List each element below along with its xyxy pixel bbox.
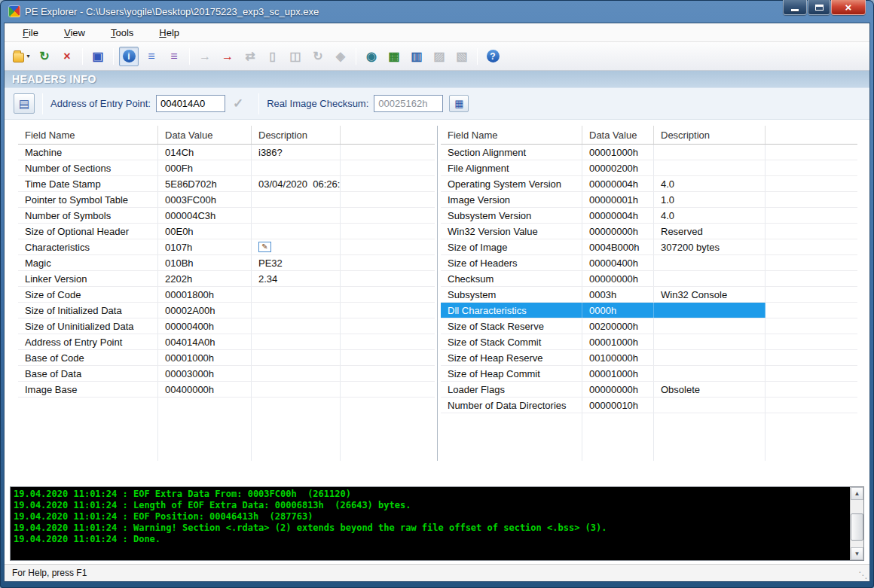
scrollbar-thumb[interactable] (851, 513, 863, 541)
cell-description (654, 255, 766, 270)
cell-description (252, 192, 341, 207)
table-row[interactable]: Address of Entry Point004014A0h (18, 334, 435, 350)
cell-blank (341, 303, 435, 318)
column-header[interactable]: Description (252, 126, 341, 144)
cell-blank (341, 239, 435, 254)
calculator-icon: ▦ (454, 98, 463, 109)
table-row[interactable]: Operating System Version00000004h4.0 (441, 176, 857, 192)
dropdown-arrow-icon[interactable]: ▼ (26, 53, 31, 59)
cell-data-value: 0107h (158, 239, 252, 254)
data-directories-icon[interactable]: ≡ (142, 47, 161, 66)
resize-grip[interactable]: ⋱ (858, 570, 867, 580)
table-row[interactable]: Size of Code00001800h (18, 287, 435, 303)
table-row[interactable]: Size of Image0004B000h307200 bytes (441, 239, 857, 255)
table-row[interactable]: Number of Sections000Fh (18, 160, 435, 176)
table-row[interactable]: File Alignment00000200h (441, 160, 857, 176)
table-row[interactable]: Subsystem Version00000004h4.0 (441, 208, 857, 224)
scroll-up-button[interactable]: ▲ (851, 487, 863, 500)
save-file-as-icon[interactable]: ▣ (88, 47, 108, 66)
table-empty-area (18, 398, 435, 461)
minimize-button[interactable] (783, 0, 807, 15)
table-row[interactable]: Loader Flags00000000hObsolete (441, 382, 857, 398)
table-row[interactable]: Base of Code00001000h (18, 350, 435, 366)
cell-blank (766, 176, 857, 191)
section-headers-icon[interactable]: ≡ (164, 47, 184, 66)
table-row[interactable]: Magic010BhPE32 (18, 255, 435, 271)
table-row[interactable]: Size of Stack Commit00001000h (441, 334, 857, 350)
dependency-scanner-icon[interactable]: ▦ (384, 47, 404, 66)
table-row[interactable]: Base of Data00003000h (18, 366, 435, 382)
empty-column (252, 398, 341, 461)
table-row[interactable]: Size of Stack Reserve00200000h (441, 318, 857, 334)
column-header[interactable]: Field Name (441, 126, 582, 144)
cell-data-value: 00000004h (582, 208, 654, 223)
table-row[interactable]: Section Alignment00001000h (441, 145, 857, 160)
column-header[interactable]: Data Value (582, 126, 654, 144)
apply-entry-point-icon[interactable]: ✓ (233, 96, 243, 111)
cancel-import-icon: ⇄ (240, 47, 260, 66)
close-button[interactable]: × (831, 0, 866, 15)
log-console[interactable]: 19.04.2020 11:01:24 : EOF Extra Data Fro… (11, 487, 850, 560)
table-row[interactable]: Size of Heap Reserve00100000h (441, 350, 857, 366)
table-row[interactable]: Checksum00000000h (441, 271, 857, 287)
table-row[interactable]: Size of Headers00000400h (441, 255, 857, 271)
menu-item-file[interactable]: File (15, 25, 46, 41)
table-row[interactable]: Size of Uninitialized Data00000400h (18, 318, 435, 334)
cell-description: 2.34 (252, 271, 341, 286)
time-date-stamp-adjuster-icon[interactable]: ▥ (407, 47, 426, 66)
table-row[interactable]: Image Version00000001h1.0 (441, 192, 857, 208)
cell-field-name: Number of Sections (18, 160, 158, 175)
cell-description (654, 303, 766, 318)
table-row[interactable]: Image Base00400000h (18, 382, 435, 398)
column-header[interactable]: Data Value (158, 126, 252, 144)
scroll-down-button[interactable]: ▼ (851, 547, 863, 560)
checksum-input[interactable] (374, 95, 443, 112)
maximize-button[interactable] (808, 0, 830, 15)
close-file-icon[interactable]: × (57, 47, 77, 66)
menu-item-tools[interactable]: Tools (103, 25, 141, 41)
table-row[interactable]: Machine014Chi386? (18, 145, 435, 160)
table-row[interactable]: Linker Version2202h2.34 (18, 271, 435, 287)
recalculate-checksum-button[interactable]: ▦ (449, 95, 469, 112)
entry-point-input[interactable] (156, 95, 225, 112)
minimize-icon (791, 9, 799, 11)
cell-field-name: Dll Characteristics (441, 303, 582, 318)
open-file-icon[interactable]: ▼ (12, 47, 32, 66)
menu-item-view[interactable]: View (57, 25, 93, 41)
table-row[interactable]: Number of Data Directories00000010h (441, 398, 857, 413)
characteristics-detail-icon[interactable]: ✎ (258, 242, 271, 252)
column-header[interactable]: Description (654, 126, 766, 144)
table-row[interactable]: Size of Initialized Data00002A00h (18, 303, 435, 318)
help-icon[interactable]: ? (483, 47, 503, 66)
toolbar-separator (356, 48, 356, 65)
headers-report-button[interactable]: ▤ (14, 93, 35, 114)
table-row[interactable]: Subsystem0003hWin32 Console (441, 287, 857, 303)
glyph: ▣ (92, 50, 103, 62)
cell-data-value: 00002A00h (158, 303, 252, 318)
disassembler-icon[interactable]: ◉ (362, 47, 381, 66)
table-row[interactable]: Size of Heap Commit00001000h (441, 366, 857, 382)
menu-item-help[interactable]: Help (151, 25, 187, 41)
headers-info-icon[interactable]: i (119, 47, 139, 66)
empty-column (158, 398, 252, 461)
scrollbar-track[interactable] (851, 500, 863, 547)
table-row[interactable]: Size of Optional Header00E0h (18, 224, 435, 239)
import-data-icon[interactable]: → (218, 47, 237, 66)
reload-file-icon[interactable]: ↻ (35, 47, 54, 66)
cell-data-value: 00001800h (158, 287, 252, 302)
column-header[interactable]: Field Name (18, 126, 158, 144)
table-row[interactable]: Pointer to Symbol Table0003FC00h (18, 192, 435, 208)
table-row[interactable]: Time Date Stamp5E86D702h03/04/2020 06:26… (18, 176, 435, 192)
cell-data-value: 004014A0h (158, 334, 252, 349)
cell-blank (766, 334, 857, 349)
table-row[interactable]: Number of Symbols000004C3h (18, 208, 435, 224)
empty-column (582, 413, 654, 461)
table-row[interactable]: Win32 Version Value00000000hReserved (441, 224, 857, 239)
toolbar-separator (189, 48, 190, 65)
title-bar[interactable]: PE Explorer - C:\Users\yogile\Desktop\20… (4, 0, 870, 23)
console-scrollbar[interactable]: ▲ ▼ (850, 487, 863, 560)
table-row[interactable]: Characteristics0107h✎ (18, 239, 435, 255)
cell-data-value: 000004C3h (158, 208, 252, 223)
cell-field-name: Size of Code (18, 287, 158, 302)
table-row[interactable]: Dll Characteristics0000h (441, 303, 857, 318)
